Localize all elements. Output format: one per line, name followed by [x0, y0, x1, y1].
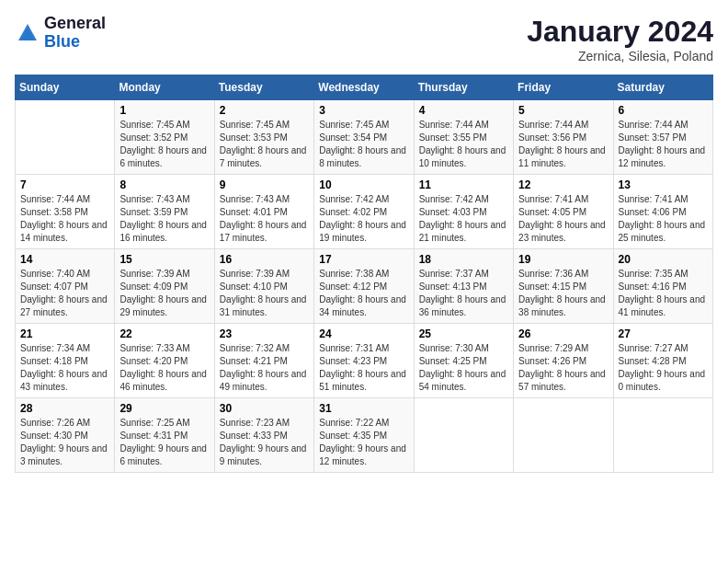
day-info: Sunrise: 7:32 AMSunset: 4:21 PMDaylight:…: [220, 342, 309, 394]
page-header: General Blue January 2024 Zernica, Siles…: [15, 15, 713, 63]
day-number: 26: [518, 327, 608, 340]
day-info: Sunrise: 7:30 AMSunset: 4:25 PMDaylight:…: [419, 342, 508, 394]
day-info: Sunrise: 7:41 AMSunset: 4:06 PMDaylight:…: [619, 193, 708, 245]
day-number: 29: [119, 402, 209, 415]
col-header-monday: Monday: [115, 75, 214, 100]
day-number: 20: [619, 253, 708, 266]
day-info: Sunrise: 7:25 AMSunset: 4:31 PMDaylight:…: [119, 417, 209, 468]
col-header-thursday: Thursday: [414, 75, 513, 100]
calendar-cell: 21Sunrise: 7:34 AMSunset: 4:18 PMDayligh…: [16, 324, 115, 398]
day-info: Sunrise: 7:27 AMSunset: 4:28 PMDaylight:…: [619, 342, 708, 394]
day-number: 22: [119, 327, 209, 340]
calendar-cell: 1Sunrise: 7:45 AMSunset: 3:52 PMDaylight…: [115, 100, 214, 175]
col-header-tuesday: Tuesday: [214, 75, 313, 100]
calendar-cell: [414, 398, 513, 473]
day-info: Sunrise: 7:40 AMSunset: 4:07 PMDaylight:…: [20, 268, 109, 319]
day-number: 31: [319, 402, 408, 415]
day-info: Sunrise: 7:42 AMSunset: 4:03 PMDaylight:…: [419, 193, 508, 245]
day-info: Sunrise: 7:31 AMSunset: 4:23 PMDaylight:…: [319, 342, 408, 394]
day-info: Sunrise: 7:43 AMSunset: 3:59 PMDaylight:…: [119, 193, 209, 245]
calendar-cell: [16, 100, 115, 175]
col-header-friday: Friday: [514, 75, 613, 100]
calendar-cell: 30Sunrise: 7:23 AMSunset: 4:33 PMDayligh…: [214, 398, 313, 473]
calendar-cell: 31Sunrise: 7:22 AMSunset: 4:35 PMDayligh…: [314, 398, 414, 473]
day-number: 23: [220, 327, 309, 340]
calendar-cell: 16Sunrise: 7:39 AMSunset: 4:10 PMDayligh…: [214, 249, 313, 324]
location: Zernica, Silesia, Poland: [527, 49, 713, 63]
logo-text: General Blue: [44, 15, 106, 52]
day-number: 2: [220, 104, 309, 117]
week-row-3: 21Sunrise: 7:34 AMSunset: 4:18 PMDayligh…: [16, 324, 713, 398]
day-number: 5: [518, 104, 608, 117]
day-number: 3: [319, 104, 408, 117]
calendar-cell: 2Sunrise: 7:45 AMSunset: 3:53 PMDaylight…: [214, 100, 313, 175]
calendar-cell: 20Sunrise: 7:35 AMSunset: 4:16 PMDayligh…: [613, 249, 712, 324]
day-number: 14: [20, 253, 109, 266]
day-info: Sunrise: 7:39 AMSunset: 4:09 PMDaylight:…: [119, 268, 209, 319]
calendar-cell: [514, 398, 613, 473]
calendar-cell: 19Sunrise: 7:36 AMSunset: 4:15 PMDayligh…: [514, 249, 613, 324]
day-info: Sunrise: 7:44 AMSunset: 3:56 PMDaylight:…: [518, 119, 608, 170]
day-number: 17: [319, 253, 408, 266]
calendar-cell: 5Sunrise: 7:44 AMSunset: 3:56 PMDaylight…: [514, 100, 613, 175]
day-info: Sunrise: 7:22 AMSunset: 4:35 PMDaylight:…: [319, 417, 408, 468]
day-number: 13: [619, 178, 708, 191]
calendar-cell: 11Sunrise: 7:42 AMSunset: 4:03 PMDayligh…: [414, 175, 513, 249]
logo: General Blue: [15, 15, 106, 52]
day-number: 1: [119, 104, 209, 117]
day-number: 19: [518, 253, 608, 266]
day-number: 6: [619, 104, 708, 117]
calendar-cell: 6Sunrise: 7:44 AMSunset: 3:57 PMDaylight…: [613, 100, 712, 175]
day-info: Sunrise: 7:42 AMSunset: 4:02 PMDaylight:…: [319, 193, 408, 245]
day-number: 12: [518, 178, 608, 191]
calendar-cell: 10Sunrise: 7:42 AMSunset: 4:02 PMDayligh…: [314, 175, 414, 249]
day-info: Sunrise: 7:45 AMSunset: 3:53 PMDaylight:…: [220, 119, 309, 170]
col-header-wednesday: Wednesday: [314, 75, 414, 100]
calendar-cell: 9Sunrise: 7:43 AMSunset: 4:01 PMDaylight…: [214, 175, 313, 249]
day-info: Sunrise: 7:33 AMSunset: 4:20 PMDaylight:…: [119, 342, 209, 394]
week-row-4: 28Sunrise: 7:26 AMSunset: 4:30 PMDayligh…: [16, 398, 713, 473]
calendar-cell: 14Sunrise: 7:40 AMSunset: 4:07 PMDayligh…: [16, 249, 115, 324]
day-number: 10: [319, 178, 408, 191]
col-header-saturday: Saturday: [613, 75, 712, 100]
day-number: 15: [119, 253, 209, 266]
calendar-cell: 3Sunrise: 7:45 AMSunset: 3:54 PMDaylight…: [314, 100, 414, 175]
day-info: Sunrise: 7:34 AMSunset: 4:18 PMDaylight:…: [20, 342, 109, 394]
day-info: Sunrise: 7:29 AMSunset: 4:26 PMDaylight:…: [518, 342, 608, 394]
week-row-2: 14Sunrise: 7:40 AMSunset: 4:07 PMDayligh…: [16, 249, 713, 324]
calendar-cell: 12Sunrise: 7:41 AMSunset: 4:05 PMDayligh…: [514, 175, 613, 249]
day-info: Sunrise: 7:45 AMSunset: 3:52 PMDaylight:…: [119, 119, 209, 170]
calendar-cell: 4Sunrise: 7:44 AMSunset: 3:55 PMDaylight…: [414, 100, 513, 175]
calendar-cell: 23Sunrise: 7:32 AMSunset: 4:21 PMDayligh…: [214, 324, 313, 398]
calendar-cell: [613, 398, 712, 473]
day-number: 16: [220, 253, 309, 266]
logo-blue: Blue: [44, 33, 106, 52]
calendar-cell: 27Sunrise: 7:27 AMSunset: 4:28 PMDayligh…: [613, 324, 712, 398]
calendar-header-row: SundayMondayTuesdayWednesdayThursdayFrid…: [16, 75, 713, 100]
day-number: 11: [419, 178, 508, 191]
day-info: Sunrise: 7:35 AMSunset: 4:16 PMDaylight:…: [619, 268, 708, 319]
calendar-cell: 28Sunrise: 7:26 AMSunset: 4:30 PMDayligh…: [16, 398, 115, 473]
day-number: 7: [20, 178, 109, 191]
calendar-cell: 25Sunrise: 7:30 AMSunset: 4:25 PMDayligh…: [414, 324, 513, 398]
day-info: Sunrise: 7:44 AMSunset: 3:58 PMDaylight:…: [20, 193, 109, 245]
calendar-cell: 29Sunrise: 7:25 AMSunset: 4:31 PMDayligh…: [115, 398, 214, 473]
day-info: Sunrise: 7:41 AMSunset: 4:05 PMDaylight:…: [518, 193, 608, 245]
day-number: 18: [419, 253, 508, 266]
day-info: Sunrise: 7:39 AMSunset: 4:10 PMDaylight:…: [220, 268, 309, 319]
calendar-cell: 13Sunrise: 7:41 AMSunset: 4:06 PMDayligh…: [613, 175, 712, 249]
day-info: Sunrise: 7:44 AMSunset: 3:57 PMDaylight:…: [619, 119, 708, 170]
week-row-1: 7Sunrise: 7:44 AMSunset: 3:58 PMDaylight…: [16, 175, 713, 249]
title-block: January 2024 Zernica, Silesia, Poland: [527, 15, 713, 63]
day-info: Sunrise: 7:23 AMSunset: 4:33 PMDaylight:…: [220, 417, 309, 468]
calendar-cell: 15Sunrise: 7:39 AMSunset: 4:09 PMDayligh…: [115, 249, 214, 324]
calendar-cell: 18Sunrise: 7:37 AMSunset: 4:13 PMDayligh…: [414, 249, 513, 324]
day-number: 24: [319, 327, 408, 340]
calendar-table: SundayMondayTuesdayWednesdayThursdayFrid…: [15, 75, 713, 473]
day-number: 25: [419, 327, 508, 340]
day-info: Sunrise: 7:26 AMSunset: 4:30 PMDaylight:…: [20, 417, 109, 468]
calendar-cell: 7Sunrise: 7:44 AMSunset: 3:58 PMDaylight…: [16, 175, 115, 249]
day-info: Sunrise: 7:38 AMSunset: 4:12 PMDaylight:…: [319, 268, 408, 319]
calendar-cell: 22Sunrise: 7:33 AMSunset: 4:20 PMDayligh…: [115, 324, 214, 398]
day-number: 4: [419, 104, 508, 117]
